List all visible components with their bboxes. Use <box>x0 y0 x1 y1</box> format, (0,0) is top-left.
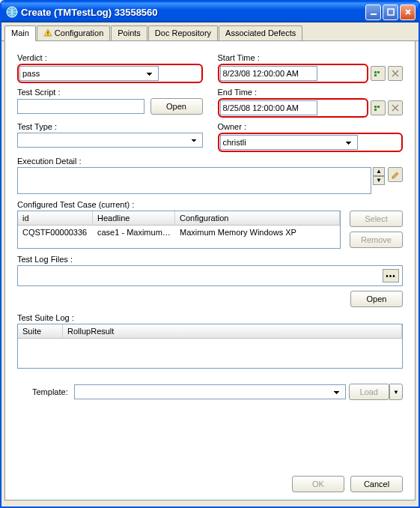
end-time-label: End Time : <box>218 88 404 97</box>
verdict-highlight: pass <box>17 64 203 83</box>
tab-associated-defects[interactable]: Associated Defects <box>219 25 302 40</box>
close-button[interactable] <box>400 4 416 20</box>
owner-label: Owner : <box>218 122 404 131</box>
end-time-clear-button[interactable] <box>388 100 403 115</box>
tab-doc-repository[interactable]: Doc Repository <box>148 25 218 40</box>
svg-rect-8 <box>374 106 377 108</box>
svg-rect-2 <box>388 9 394 15</box>
window-title: Create (TMTestLog) 33558560 <box>21 7 364 18</box>
open-file-button[interactable]: Open <box>350 291 403 307</box>
test-type-select[interactable] <box>17 133 203 148</box>
tab-configuration[interactable]: Configuration <box>37 25 110 40</box>
end-time-highlight <box>218 98 369 118</box>
col-configuration[interactable]: Configuration <box>175 211 340 225</box>
open-script-button[interactable]: Open <box>150 98 203 115</box>
exec-detail-spinner: ▲ ▼ <box>373 167 385 185</box>
cell-id: CQSTF00000336 <box>18 226 93 239</box>
warning-icon <box>43 28 52 37</box>
template-footer: Template: Load ▼ <box>17 376 403 405</box>
start-time-clear-button[interactable] <box>388 66 403 81</box>
exec-detail-label: Execution Detail : <box>17 157 82 166</box>
dialog-footer: OK Cancel <box>292 476 403 492</box>
load-button[interactable]: Load <box>349 384 389 400</box>
select-button[interactable]: Select <box>350 211 403 227</box>
test-script-input[interactable] <box>17 99 144 114</box>
tab-bar: Main Configuration Points Doc Repository… <box>1 22 419 41</box>
main-panel: Verdict : pass Start Time : <box>4 41 416 501</box>
titlebar[interactable]: Create (TMTestLog) 33558560 <box>1 1 419 22</box>
test-script-label: Test Script : <box>17 88 203 97</box>
app-icon <box>6 6 18 18</box>
spin-up-button[interactable]: ▲ <box>373 167 385 176</box>
template-label: Template: <box>32 387 68 396</box>
table-row[interactable]: CQSTF00000336 case1 - Maximum ... Maximu… <box>18 226 340 239</box>
end-time-input[interactable] <box>220 100 317 115</box>
table-header-row: id Headline Configuration <box>18 211 340 226</box>
cell-configuration: Maximum Memory Windows XP <box>175 226 340 239</box>
svg-rect-9 <box>377 106 380 108</box>
cell-headline: case1 - Maximum ... <box>93 226 175 239</box>
owner-highlight: christli <box>218 133 404 152</box>
svg-rect-1 <box>371 13 377 15</box>
start-time-highlight <box>218 64 369 83</box>
config-tc-table[interactable]: id Headline Configuration CQSTF00000336 … <box>17 211 341 249</box>
test-suite-log-table[interactable]: Suite RollupResult <box>17 324 403 369</box>
start-time-input[interactable] <box>220 66 317 81</box>
start-time-label: Start Time : <box>218 53 404 62</box>
template-select[interactable] <box>74 384 346 399</box>
svg-rect-5 <box>374 71 377 73</box>
svg-rect-10 <box>374 109 377 111</box>
verdict-label: Verdict : <box>17 53 203 62</box>
start-time-picker-button[interactable] <box>371 66 386 81</box>
test-log-files-box[interactable]: ••• <box>17 265 403 286</box>
col-headline[interactable]: Headline <box>93 211 175 225</box>
cancel-button[interactable]: Cancel <box>350 476 403 492</box>
col-rollup[interactable]: RollupResult <box>63 324 402 338</box>
load-dropdown-button[interactable]: ▼ <box>389 384 403 400</box>
remove-button[interactable]: Remove <box>350 232 403 248</box>
suite-header-row: Suite RollupResult <box>18 324 402 339</box>
col-id[interactable]: id <box>18 211 93 225</box>
exec-detail-textarea[interactable] <box>17 167 371 194</box>
browse-files-button[interactable]: ••• <box>383 269 399 282</box>
minimize-button[interactable] <box>365 4 381 20</box>
tab-main[interactable]: Main <box>4 25 36 41</box>
spin-down-button[interactable]: ▼ <box>373 176 385 185</box>
dialog-window: Create (TMTestLog) 33558560 Main Configu… <box>0 0 420 508</box>
end-time-picker-button[interactable] <box>371 100 386 115</box>
ok-button[interactable]: OK <box>292 476 344 492</box>
col-suite[interactable]: Suite <box>18 324 63 338</box>
svg-rect-7 <box>374 74 377 76</box>
svg-rect-6 <box>377 71 380 73</box>
maximize-button[interactable] <box>383 4 398 20</box>
svg-rect-3 <box>47 31 48 34</box>
svg-rect-4 <box>47 34 48 35</box>
owner-select[interactable]: christli <box>220 135 358 150</box>
test-type-label: Test Type : <box>17 122 203 131</box>
test-log-files-label: Test Log Files : <box>17 255 73 264</box>
verdict-select[interactable]: pass <box>19 66 159 81</box>
test-suite-log-label: Test Suite Log : <box>17 313 74 322</box>
tab-points[interactable]: Points <box>111 25 147 40</box>
config-tc-label: Configured Test Case (current) : <box>17 200 134 209</box>
exec-detail-edit-button[interactable] <box>388 167 403 182</box>
